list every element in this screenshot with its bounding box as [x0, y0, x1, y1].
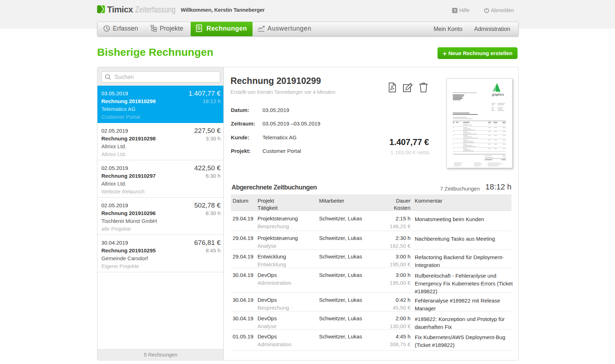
svg-text:graphicx: graphicx: [492, 93, 504, 96]
svg-text:?: ?: [454, 9, 456, 13]
